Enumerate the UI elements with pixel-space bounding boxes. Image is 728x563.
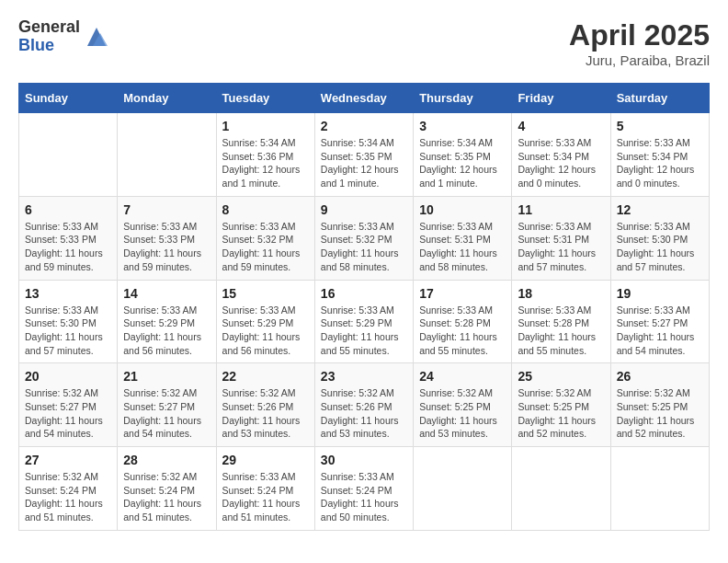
day-number: 22 bbox=[222, 369, 309, 384]
day-info: Sunrise: 5:33 AM Sunset: 5:31 PM Dayligh… bbox=[518, 220, 604, 274]
weekday-header-friday: Friday bbox=[512, 84, 610, 113]
day-info: Sunrise: 5:33 AM Sunset: 5:24 PM Dayligh… bbox=[321, 470, 407, 524]
day-number: 18 bbox=[518, 286, 604, 301]
day-info: Sunrise: 5:34 AM Sunset: 5:36 PM Dayligh… bbox=[222, 136, 309, 190]
calendar-cell: 21Sunrise: 5:32 AM Sunset: 5:27 PM Dayli… bbox=[118, 363, 216, 447]
day-info: Sunrise: 5:33 AM Sunset: 5:31 PM Dayligh… bbox=[419, 220, 506, 274]
calendar-cell: 14Sunrise: 5:33 AM Sunset: 5:29 PM Dayli… bbox=[118, 280, 216, 363]
day-number: 11 bbox=[518, 202, 604, 217]
day-info: Sunrise: 5:33 AM Sunset: 5:30 PM Dayligh… bbox=[25, 304, 111, 358]
calendar-cell: 13Sunrise: 5:33 AM Sunset: 5:30 PM Dayli… bbox=[19, 280, 118, 363]
day-number: 6 bbox=[25, 202, 111, 217]
calendar-cell: 3Sunrise: 5:34 AM Sunset: 5:35 PM Daylig… bbox=[414, 113, 512, 197]
weekday-header-tuesday: Tuesday bbox=[216, 84, 314, 113]
day-number: 23 bbox=[321, 369, 407, 384]
calendar-cell: 27Sunrise: 5:32 AM Sunset: 5:24 PM Dayli… bbox=[19, 447, 118, 531]
day-info: Sunrise: 5:33 AM Sunset: 5:29 PM Dayligh… bbox=[222, 304, 309, 358]
day-number: 30 bbox=[321, 453, 407, 467]
day-number: 1 bbox=[222, 119, 309, 133]
page-header: General Blue April 2025 Juru, Paraiba, B… bbox=[18, 18, 710, 68]
day-info: Sunrise: 5:32 AM Sunset: 5:26 PM Dayligh… bbox=[222, 386, 309, 441]
day-info: Sunrise: 5:33 AM Sunset: 5:33 PM Dayligh… bbox=[25, 220, 111, 274]
calendar-week-row: 20Sunrise: 5:32 AM Sunset: 5:27 PM Dayli… bbox=[19, 363, 710, 447]
day-info: Sunrise: 5:33 AM Sunset: 5:32 PM Dayligh… bbox=[222, 220, 309, 274]
day-info: Sunrise: 5:32 AM Sunset: 5:27 PM Dayligh… bbox=[25, 386, 111, 441]
calendar-cell bbox=[610, 447, 709, 531]
day-info: Sunrise: 5:33 AM Sunset: 5:34 PM Dayligh… bbox=[518, 136, 604, 190]
calendar-week-row: 6Sunrise: 5:33 AM Sunset: 5:33 PM Daylig… bbox=[19, 196, 710, 280]
day-number: 19 bbox=[617, 286, 703, 301]
day-info: Sunrise: 5:33 AM Sunset: 5:29 PM Dayligh… bbox=[321, 304, 407, 358]
weekday-header-sunday: Sunday bbox=[19, 84, 118, 113]
day-number: 28 bbox=[123, 453, 210, 467]
day-info: Sunrise: 5:33 AM Sunset: 5:28 PM Dayligh… bbox=[419, 304, 506, 358]
calendar-cell: 2Sunrise: 5:34 AM Sunset: 5:35 PM Daylig… bbox=[314, 113, 413, 197]
logo-blue-text: Blue bbox=[18, 37, 80, 55]
day-number: 26 bbox=[617, 369, 703, 384]
day-number: 7 bbox=[123, 202, 210, 217]
calendar-cell: 26Sunrise: 5:32 AM Sunset: 5:25 PM Dayli… bbox=[610, 363, 709, 447]
day-info: Sunrise: 5:32 AM Sunset: 5:27 PM Dayligh… bbox=[123, 386, 210, 441]
calendar-cell: 17Sunrise: 5:33 AM Sunset: 5:28 PM Dayli… bbox=[414, 280, 512, 363]
weekday-header-thursday: Thursday bbox=[414, 84, 512, 113]
calendar-cell: 5Sunrise: 5:33 AM Sunset: 5:34 PM Daylig… bbox=[610, 113, 709, 197]
day-info: Sunrise: 5:34 AM Sunset: 5:35 PM Dayligh… bbox=[419, 136, 506, 190]
calendar-week-row: 13Sunrise: 5:33 AM Sunset: 5:30 PM Dayli… bbox=[19, 280, 710, 363]
day-info: Sunrise: 5:34 AM Sunset: 5:35 PM Dayligh… bbox=[321, 136, 407, 190]
calendar-cell bbox=[118, 113, 216, 197]
day-info: Sunrise: 5:33 AM Sunset: 5:28 PM Dayligh… bbox=[518, 304, 604, 358]
calendar-cell bbox=[19, 113, 118, 197]
calendar-cell: 11Sunrise: 5:33 AM Sunset: 5:31 PM Dayli… bbox=[512, 196, 610, 280]
title-area: April 2025 Juru, Paraiba, Brazil bbox=[569, 18, 710, 68]
calendar-cell: 9Sunrise: 5:33 AM Sunset: 5:32 PM Daylig… bbox=[314, 196, 413, 280]
day-info: Sunrise: 5:32 AM Sunset: 5:24 PM Dayligh… bbox=[25, 470, 111, 524]
day-number: 24 bbox=[419, 369, 506, 384]
calendar-cell: 6Sunrise: 5:33 AM Sunset: 5:33 PM Daylig… bbox=[19, 196, 118, 280]
calendar-cell: 12Sunrise: 5:33 AM Sunset: 5:30 PM Dayli… bbox=[610, 196, 709, 280]
day-number: 2 bbox=[321, 119, 407, 133]
calendar-cell: 4Sunrise: 5:33 AM Sunset: 5:34 PM Daylig… bbox=[512, 113, 610, 197]
day-info: Sunrise: 5:32 AM Sunset: 5:25 PM Dayligh… bbox=[419, 386, 506, 441]
calendar-cell: 10Sunrise: 5:33 AM Sunset: 5:31 PM Dayli… bbox=[414, 196, 512, 280]
day-info: Sunrise: 5:33 AM Sunset: 5:30 PM Dayligh… bbox=[617, 220, 703, 274]
day-number: 12 bbox=[617, 202, 703, 217]
day-number: 17 bbox=[419, 286, 506, 301]
weekday-header-saturday: Saturday bbox=[610, 84, 709, 113]
day-info: Sunrise: 5:32 AM Sunset: 5:24 PM Dayligh… bbox=[123, 470, 210, 524]
calendar-cell: 19Sunrise: 5:33 AM Sunset: 5:27 PM Dayli… bbox=[610, 280, 709, 363]
day-info: Sunrise: 5:33 AM Sunset: 5:33 PM Dayligh… bbox=[123, 220, 210, 274]
day-number: 4 bbox=[518, 119, 604, 133]
day-number: 20 bbox=[25, 369, 111, 384]
logo-general-text: General bbox=[18, 18, 80, 37]
day-info: Sunrise: 5:33 AM Sunset: 5:29 PM Dayligh… bbox=[123, 304, 210, 358]
day-number: 8 bbox=[222, 202, 309, 217]
calendar-cell: 18Sunrise: 5:33 AM Sunset: 5:28 PM Dayli… bbox=[512, 280, 610, 363]
day-number: 21 bbox=[123, 369, 210, 384]
day-info: Sunrise: 5:33 AM Sunset: 5:34 PM Dayligh… bbox=[617, 136, 703, 190]
day-number: 16 bbox=[321, 286, 407, 301]
day-number: 15 bbox=[222, 286, 309, 301]
calendar-cell: 7Sunrise: 5:33 AM Sunset: 5:33 PM Daylig… bbox=[118, 196, 216, 280]
calendar-cell bbox=[414, 447, 512, 531]
logo-icon bbox=[84, 24, 109, 50]
weekday-header-wednesday: Wednesday bbox=[314, 84, 413, 113]
day-number: 25 bbox=[518, 369, 604, 384]
day-number: 27 bbox=[25, 453, 111, 467]
day-number: 29 bbox=[222, 453, 309, 467]
calendar-cell: 15Sunrise: 5:33 AM Sunset: 5:29 PM Dayli… bbox=[216, 280, 314, 363]
calendar-week-row: 27Sunrise: 5:32 AM Sunset: 5:24 PM Dayli… bbox=[19, 447, 710, 531]
day-number: 3 bbox=[419, 119, 506, 133]
weekday-header-monday: Monday bbox=[118, 84, 216, 113]
calendar-cell bbox=[512, 447, 610, 531]
calendar-cell: 29Sunrise: 5:33 AM Sunset: 5:24 PM Dayli… bbox=[216, 447, 314, 531]
location-subtitle: Juru, Paraiba, Brazil bbox=[569, 52, 710, 68]
day-info: Sunrise: 5:33 AM Sunset: 5:24 PM Dayligh… bbox=[222, 470, 309, 524]
calendar-cell: 23Sunrise: 5:32 AM Sunset: 5:26 PM Dayli… bbox=[314, 363, 413, 447]
month-title: April 2025 bbox=[569, 18, 710, 52]
calendar-cell: 22Sunrise: 5:32 AM Sunset: 5:26 PM Dayli… bbox=[216, 363, 314, 447]
calendar-cell: 8Sunrise: 5:33 AM Sunset: 5:32 PM Daylig… bbox=[216, 196, 314, 280]
calendar-cell: 30Sunrise: 5:33 AM Sunset: 5:24 PM Dayli… bbox=[314, 447, 413, 531]
day-info: Sunrise: 5:32 AM Sunset: 5:25 PM Dayligh… bbox=[617, 386, 703, 441]
calendar-table: SundayMondayTuesdayWednesdayThursdayFrid… bbox=[18, 83, 710, 531]
calendar-cell: 1Sunrise: 5:34 AM Sunset: 5:36 PM Daylig… bbox=[216, 113, 314, 197]
